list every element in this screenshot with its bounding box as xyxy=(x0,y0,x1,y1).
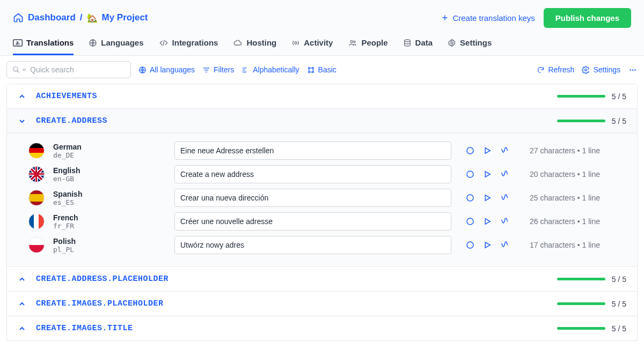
tabs: あ Translations Languages Integrations Ho… xyxy=(0,30,644,56)
wave-icon[interactable] xyxy=(500,240,510,250)
tab-integrations[interactable]: Integrations xyxy=(159,38,218,55)
group-create-address: CREATE.ADDRESS 5 / 5 German de_DE 27 cha… xyxy=(6,108,638,267)
breadcrumb-project[interactable]: My Project xyxy=(102,12,148,23)
group-progress: 5 / 5 xyxy=(557,324,626,333)
wave-icon[interactable] xyxy=(500,217,510,226)
refresh-button[interactable]: Refresh xyxy=(537,65,574,74)
progress-count: 5 / 5 xyxy=(612,92,626,101)
language-name: German xyxy=(53,143,166,151)
search-input[interactable] xyxy=(30,65,125,74)
tab-translations[interactable]: あ Translations xyxy=(13,38,74,55)
play-icon[interactable] xyxy=(482,217,492,226)
tab-label: Languages xyxy=(101,38,143,47)
translation-meta: 25 characters • 1 line xyxy=(530,194,616,202)
create-keys-label: Create translation keys xyxy=(452,13,535,23)
breadcrumb-dashboard[interactable]: Dashboard xyxy=(28,12,76,23)
row-actions xyxy=(465,193,510,203)
row-actions xyxy=(465,169,510,179)
create-translation-keys-link[interactable]: Create translation keys xyxy=(441,13,535,23)
group-key: CREATE.ADDRESS xyxy=(36,116,107,125)
status-circle-icon[interactable] xyxy=(465,240,475,250)
breadcrumb: Dashboard / 🏡 My Project xyxy=(13,12,148,23)
tab-label: Data xyxy=(415,38,433,47)
status-circle-icon[interactable] xyxy=(465,169,475,179)
svg-point-12 xyxy=(308,71,310,73)
breadcrumb-separator: / xyxy=(80,12,83,23)
filters-button[interactable]: Filters xyxy=(202,65,234,74)
tab-languages[interactable]: Languages xyxy=(89,38,143,55)
translate-icon: あ xyxy=(13,39,23,47)
publish-button[interactable]: Publish changes xyxy=(544,8,631,28)
row-actions xyxy=(465,146,510,155)
tab-settings[interactable]: Settings xyxy=(448,38,492,55)
play-icon[interactable] xyxy=(482,146,492,155)
tab-label: People xyxy=(361,38,387,47)
svg-point-3 xyxy=(295,42,297,44)
translation-input-wrapper xyxy=(174,165,451,183)
sort-label: Alphabetically xyxy=(253,65,299,74)
status-circle-icon[interactable] xyxy=(465,193,475,203)
group-create-images-title: CREATE.IMAGES.TITLE 5 / 5 xyxy=(6,316,638,341)
translation-input[interactable] xyxy=(174,165,451,183)
view-label: Basic xyxy=(318,65,336,74)
translation-input[interactable] xyxy=(174,142,451,160)
group-progress: 5 / 5 xyxy=(557,117,626,125)
tab-people[interactable]: People xyxy=(348,38,387,55)
svg-point-21 xyxy=(467,218,473,225)
translation-input[interactable] xyxy=(174,236,451,254)
progress-count: 5 / 5 xyxy=(612,300,626,308)
progress-bar xyxy=(557,302,605,305)
translation-input[interactable] xyxy=(174,189,451,207)
filters-label: Filters xyxy=(214,65,234,74)
tab-data[interactable]: Data xyxy=(403,38,433,55)
svg-point-4 xyxy=(350,40,353,42)
language-code: pl_PL xyxy=(53,246,166,254)
progress-count: 5 / 5 xyxy=(612,275,626,284)
all-languages-filter[interactable]: All languages xyxy=(138,65,195,74)
people-icon xyxy=(348,39,357,47)
svg-point-7 xyxy=(451,42,453,44)
language-name: Spanish xyxy=(53,190,166,198)
view-button[interactable]: Basic xyxy=(307,65,336,74)
wave-icon[interactable] xyxy=(500,169,510,179)
translation-input-wrapper xyxy=(174,236,451,254)
tab-label: Hosting xyxy=(246,38,276,47)
status-circle-icon[interactable] xyxy=(465,146,475,155)
flag-icon xyxy=(28,237,45,253)
translation-input[interactable] xyxy=(174,212,451,231)
group-create-address-placeholder: CREATE.ADDRESS.PLACEHOLDER 5 / 5 xyxy=(6,266,638,292)
svg-point-5 xyxy=(354,41,355,42)
more-button[interactable] xyxy=(628,66,638,74)
group-header[interactable]: CREATE.ADDRESS.PLACEHOLDER 5 / 5 xyxy=(7,267,637,291)
play-icon[interactable] xyxy=(482,193,492,203)
sort-button[interactable]: Alphabetically xyxy=(241,65,299,74)
progress-bar xyxy=(557,327,605,330)
play-icon[interactable] xyxy=(482,169,492,179)
tab-activity[interactable]: Activity xyxy=(291,38,333,55)
play-icon[interactable] xyxy=(482,240,492,250)
chevron-down-icon xyxy=(21,67,27,72)
svg-point-10 xyxy=(308,67,310,69)
project-emoji: 🏡 xyxy=(87,13,98,23)
translation-input-wrapper xyxy=(174,212,451,231)
row-actions xyxy=(465,240,510,250)
tab-hosting[interactable]: Hosting xyxy=(233,38,276,55)
group-achievements: ACHIEVEMENTS 5 / 5 xyxy=(6,84,638,109)
settings-button[interactable]: Settings xyxy=(582,65,620,74)
wave-icon[interactable] xyxy=(500,193,510,203)
chevron-up-icon xyxy=(18,324,26,333)
svg-point-17 xyxy=(634,69,636,71)
activity-icon xyxy=(291,39,300,47)
group-header[interactable]: CREATE.IMAGES.PLACEHOLDER 5 / 5 xyxy=(7,292,637,316)
group-header[interactable]: ACHIEVEMENTS 5 / 5 xyxy=(7,84,637,108)
group-key: ACHIEVEMENTS xyxy=(36,92,97,101)
search-input-wrapper[interactable] xyxy=(6,61,131,78)
group-header[interactable]: CREATE.ADDRESS 5 / 5 xyxy=(7,109,637,133)
language-code: fr_FR xyxy=(53,222,166,230)
group-header[interactable]: CREATE.IMAGES.TITLE 5 / 5 xyxy=(7,316,637,340)
home-icon[interactable] xyxy=(13,12,24,23)
status-circle-icon[interactable] xyxy=(465,217,475,226)
progress-count: 5 / 5 xyxy=(612,117,626,125)
wave-icon[interactable] xyxy=(500,146,510,155)
svg-point-8 xyxy=(13,67,18,71)
